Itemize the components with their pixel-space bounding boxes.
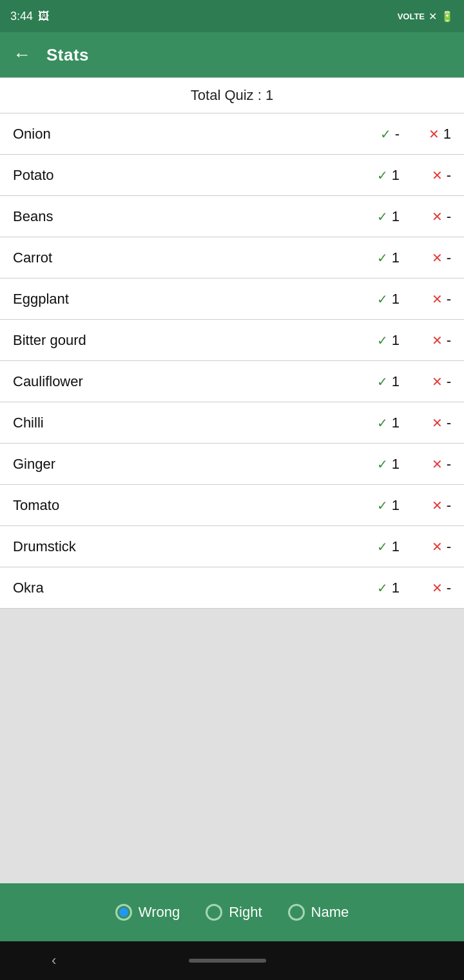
row-correct-section: ✓ 1	[348, 373, 400, 390]
nav-pill	[189, 959, 266, 963]
check-icon: ✓	[377, 333, 388, 348]
row-correct-count: 1	[392, 497, 400, 514]
row-correct-count: 1	[392, 456, 400, 473]
cross-icon: ✕	[432, 291, 443, 307]
table-row: Beans ✓ 1 ✕ -	[0, 196, 464, 237]
row-correct-section: ✓ 1	[348, 291, 400, 308]
row-vegetable-name: Bitter gourd	[13, 332, 348, 349]
check-icon: ✓	[377, 291, 388, 307]
row-wrong-count: -	[447, 497, 451, 514]
row-correct-count: 1	[392, 580, 400, 596]
table-row: Chilli ✓ 1 ✕ -	[0, 402, 464, 444]
filter-wrong[interactable]: Wrong	[115, 904, 180, 921]
table-row: Cauliflower ✓ 1 ✕ -	[0, 361, 464, 402]
row-vegetable-name: Beans	[13, 208, 348, 225]
row-vegetable-name: Ginger	[13, 456, 348, 473]
row-wrong-count: -	[447, 291, 451, 308]
row-wrong-count: -	[447, 415, 451, 431]
filter-right[interactable]: Right	[206, 904, 262, 921]
volte-icon: VOLTE	[398, 12, 425, 21]
row-wrong-section: ✕ -	[400, 580, 451, 596]
empty-area	[0, 609, 464, 883]
status-time: 3:44	[10, 10, 33, 23]
cross-icon: ✕	[432, 168, 443, 183]
row-wrong-count: -	[447, 538, 451, 555]
row-wrong-count: -	[447, 208, 451, 225]
row-wrong-count: 1	[443, 126, 451, 142]
data-rows: Onion ✓ - ✕ 1 Potato ✓ 1 ✕ - Beans ✓	[0, 113, 464, 609]
signal-icon: ✕	[429, 10, 437, 23]
row-wrong-section: ✕ -	[400, 250, 451, 266]
cross-icon: ✕	[432, 456, 443, 472]
row-wrong-section: ✕ -	[400, 538, 451, 555]
cross-icon: ✕	[432, 250, 443, 266]
app-bar: ← Stats	[0, 32, 464, 77]
check-icon: ✓	[377, 580, 388, 596]
row-vegetable-name: Potato	[13, 167, 348, 184]
row-wrong-section: ✕ -	[400, 497, 451, 514]
row-correct-section: ✓ 1	[348, 580, 400, 596]
row-wrong-count: -	[447, 167, 451, 184]
filter-name[interactable]: Name	[288, 904, 349, 921]
row-correct-section: ✓ 1	[348, 538, 400, 555]
check-icon: ✓	[377, 456, 388, 472]
row-correct-count: 1	[392, 208, 400, 225]
cross-icon: ✕	[429, 126, 440, 142]
cross-icon: ✕	[432, 415, 443, 431]
nav-back-icon[interactable]: ‹	[52, 952, 56, 969]
row-correct-section: ✓ 1	[348, 456, 400, 473]
bottom-filter-bar: Wrong Right Name	[0, 883, 464, 941]
row-correct-count: -	[395, 126, 400, 142]
table-row: Onion ✓ - ✕ 1	[0, 113, 464, 155]
status-time-area: 3:44 🖼	[10, 10, 50, 23]
cross-icon: ✕	[432, 209, 443, 224]
row-wrong-section: ✕ -	[400, 291, 451, 308]
radio-wrong[interactable]	[115, 904, 132, 921]
table-row: Eggplant ✓ 1 ✕ -	[0, 279, 464, 320]
page-title: Stats	[46, 45, 89, 65]
row-wrong-count: -	[447, 373, 451, 390]
table-row: Potato ✓ 1 ✕ -	[0, 155, 464, 196]
row-vegetable-name: Onion	[13, 126, 348, 142]
radio-right[interactable]	[206, 904, 222, 921]
back-button[interactable]: ←	[13, 46, 31, 64]
table-row: Drumstick ✓ 1 ✕ -	[0, 526, 464, 567]
check-icon: ✓	[380, 126, 391, 142]
total-quiz-row: Total Quiz : 1	[0, 77, 464, 113]
row-correct-section: ✓ 1	[348, 332, 400, 349]
row-wrong-count: -	[447, 580, 451, 596]
row-correct-count: 1	[392, 415, 400, 431]
row-correct-section: ✓ 1	[348, 167, 400, 184]
stats-table: Total Quiz : 1 Onion ✓ - ✕ 1 Potato ✓ 1 …	[0, 77, 464, 609]
cross-icon: ✕	[432, 374, 443, 389]
row-correct-count: 1	[392, 250, 400, 266]
table-row: Okra ✓ 1 ✕ -	[0, 567, 464, 609]
status-icons: VOLTE ✕ 🔋	[398, 10, 454, 23]
row-vegetable-name: Cauliflower	[13, 373, 348, 390]
row-correct-count: 1	[392, 373, 400, 390]
total-quiz-label: Total Quiz : 1	[191, 87, 273, 103]
row-correct-count: 1	[392, 538, 400, 555]
cross-icon: ✕	[432, 539, 443, 554]
row-correct-section: ✓ 1	[348, 415, 400, 431]
row-wrong-section: ✕ -	[400, 208, 451, 225]
table-row: Ginger ✓ 1 ✕ -	[0, 444, 464, 485]
row-correct-section: ✓ 1	[348, 250, 400, 266]
table-row: Tomato ✓ 1 ✕ -	[0, 485, 464, 526]
check-icon: ✓	[377, 415, 388, 431]
table-row: Bitter gourd ✓ 1 ✕ -	[0, 320, 464, 361]
row-correct-count: 1	[392, 167, 400, 184]
check-icon: ✓	[377, 374, 388, 389]
row-correct-count: 1	[392, 332, 400, 349]
check-icon: ✓	[377, 498, 388, 513]
row-wrong-section: ✕ -	[400, 373, 451, 390]
filter-name-label: Name	[311, 904, 349, 921]
row-wrong-section: ✕ 1	[400, 126, 451, 142]
filter-right-label: Right	[229, 904, 262, 921]
row-vegetable-name: Tomato	[13, 497, 348, 514]
row-vegetable-name: Okra	[13, 580, 348, 596]
radio-name[interactable]	[288, 904, 305, 921]
row-vegetable-name: Carrot	[13, 250, 348, 266]
row-wrong-count: -	[447, 456, 451, 473]
row-wrong-count: -	[447, 250, 451, 266]
